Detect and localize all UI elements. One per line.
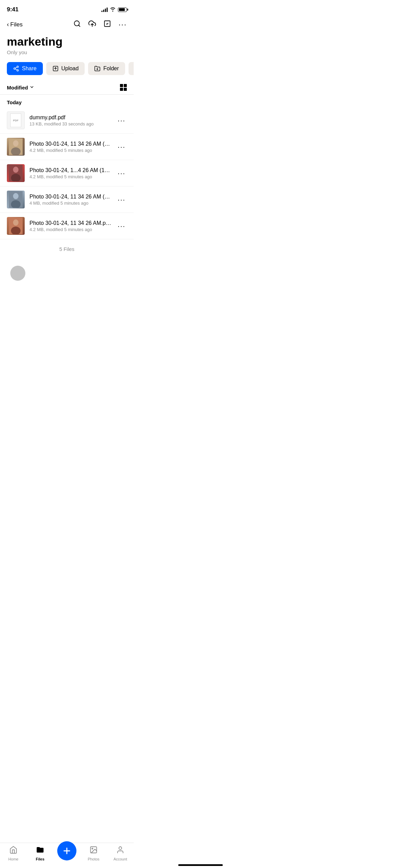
sort-bar: Modified: [0, 81, 134, 95]
scroll-dot: [10, 266, 25, 281]
list-item[interactable]: Photo 30-01-24, 1...4 26 AM (1) (1).png …: [0, 160, 134, 186]
svg-line-1: [78, 25, 80, 26]
status-icons: [101, 7, 127, 13]
nav-actions: ···: [73, 20, 127, 29]
nav-header: ‹ Files ···: [0, 17, 134, 32]
file-thumbnail: PDF: [7, 111, 25, 129]
file-info: Photo 30-01-24, 11 34 26 AM (2).png 4.2 …: [29, 141, 111, 153]
file-info: dummy.pdf.pdf 13 KB, modified 33 seconds…: [29, 114, 111, 126]
pdf-icon: PDF: [10, 113, 21, 127]
svg-line-8: [15, 67, 17, 68]
file-thumbnail: [7, 138, 25, 156]
page-title: marketing: [7, 35, 127, 48]
signal-icon: [101, 7, 108, 12]
svg-point-14: [13, 140, 19, 146]
file-info: Photo 30-01-24, 1...4 26 AM (1) (1).png …: [29, 167, 111, 179]
file-more-button[interactable]: ···: [116, 142, 127, 152]
upload-button[interactable]: Upload: [46, 62, 85, 75]
file-more-button[interactable]: ···: [116, 194, 127, 205]
file-more-button[interactable]: ···: [116, 168, 127, 179]
status-time: 9:41: [7, 6, 19, 13]
fab-scroll-indicator: [0, 259, 134, 288]
list-item[interactable]: Photo 30-01-24, 11 34 26 AM (2).png 4.2 …: [0, 134, 134, 160]
share-button[interactable]: Share: [7, 62, 43, 75]
file-meta: 4.2 MB, modified 5 minutes ago: [29, 148, 111, 153]
search-icon[interactable]: [73, 20, 81, 29]
file-more-button[interactable]: ···: [116, 115, 127, 126]
file-meta: 4.2 MB, modified 5 minutes ago: [29, 174, 111, 179]
action-buttons: Share Upload Folder Offline: [0, 57, 134, 81]
folder-button[interactable]: Folder: [88, 62, 125, 75]
file-thumbnail: [7, 164, 25, 182]
section-today: Today: [0, 95, 134, 107]
svg-point-17: [13, 167, 19, 173]
list-item[interactable]: Photo 30-01-24, 11 34 26 AM.png 4.2 MB, …: [0, 213, 134, 239]
back-label: Files: [10, 21, 23, 28]
back-chevron-icon: ‹: [7, 21, 9, 28]
file-info: Photo 30-01-24, 11 34 26 AM (1).png 4 MB…: [29, 194, 111, 206]
file-name: dummy.pdf.pdf: [29, 114, 111, 121]
back-button[interactable]: ‹ Files: [7, 21, 23, 28]
folder-label: Folder: [103, 65, 119, 72]
file-meta: 13 KB, modified 33 seconds ago: [29, 121, 111, 126]
file-info: Photo 30-01-24, 11 34 26 AM.png 4.2 MB, …: [29, 220, 111, 232]
files-count: 5 Files: [0, 239, 134, 259]
svg-point-20: [13, 193, 19, 199]
file-meta: 4 MB, modified 5 minutes ago: [29, 201, 111, 206]
file-list: PDF dummy.pdf.pdf 13 KB, modified 33 sec…: [0, 107, 134, 239]
grid-view-icon[interactable]: [120, 84, 127, 91]
upload-btn-icon: [52, 65, 59, 72]
upload-label: Upload: [61, 65, 79, 72]
svg-line-7: [15, 69, 17, 70]
file-name: Photo 30-01-24, 11 34 26 AM (1).png: [29, 194, 111, 200]
page-title-section: marketing Only you: [0, 32, 134, 57]
file-name: Photo 30-01-24, 11 34 26 AM.png: [29, 220, 111, 226]
svg-point-23: [13, 219, 19, 226]
upload-icon[interactable]: [88, 20, 96, 29]
file-more-button[interactable]: ···: [116, 221, 127, 231]
battery-icon: [118, 8, 127, 12]
sort-label-text: Modified: [7, 85, 28, 91]
folder-icon: [94, 65, 100, 72]
list-item[interactable]: Photo 30-01-24, 11 34 26 AM (1).png 4 MB…: [0, 186, 134, 213]
file-meta: 4.2 MB, modified 5 minutes ago: [29, 227, 111, 232]
file-name: Photo 30-01-24, 1...4 26 AM (1) (1).png: [29, 167, 111, 173]
sort-chevron-icon: [29, 85, 34, 91]
wifi-icon: [110, 7, 116, 13]
share-label: Share: [22, 65, 37, 72]
sort-button[interactable]: Modified: [7, 85, 34, 91]
file-thumbnail: [7, 217, 25, 235]
offline-button[interactable]: Offline: [129, 62, 134, 75]
status-bar: 9:41: [0, 0, 134, 17]
page-subtitle: Only you: [7, 49, 127, 55]
select-icon[interactable]: [104, 20, 111, 29]
file-name: Photo 30-01-24, 11 34 26 AM (2).png: [29, 141, 111, 147]
share-icon: [13, 65, 19, 72]
file-thumbnail: [7, 191, 25, 208]
more-icon[interactable]: ···: [119, 20, 127, 29]
list-item[interactable]: PDF dummy.pdf.pdf 13 KB, modified 33 sec…: [0, 107, 134, 134]
